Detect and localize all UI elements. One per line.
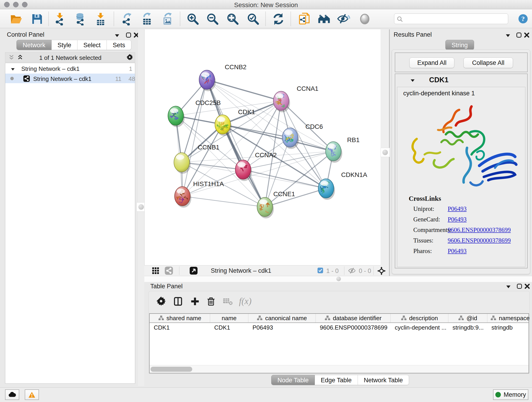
crosshair-icon[interactable] — [377, 267, 386, 275]
warning-button[interactable] — [25, 389, 39, 400]
column-header-description[interactable]: description — [391, 314, 448, 322]
search-input[interactable] — [405, 14, 506, 23]
table-horizontal-scrollbar[interactable] — [150, 365, 529, 373]
panel-menu-icon[interactable] — [114, 32, 120, 38]
float-panel-icon[interactable] — [516, 283, 522, 289]
network-node-CDKN1A[interactable]: CDKN1A — [318, 171, 367, 200]
node-label-RB1: RB1 — [347, 136, 360, 143]
panel-menu-icon[interactable] — [505, 32, 511, 38]
show-columns-icon[interactable] — [172, 296, 184, 306]
open-session-icon[interactable] — [10, 13, 22, 26]
network-canvas[interactable]: CCNB2CCNA1CDC25BCDK1CDC6RB1CCNB1CCNA2CDK… — [144, 29, 380, 265]
tab-edge-table[interactable]: Edge Table — [315, 375, 358, 385]
crosslink-link[interactable]: P06493 — [448, 216, 467, 223]
network-edge-HIST1H1A-CCNE1[interactable] — [182, 196, 265, 207]
network-edge-CCNA1-CDC25B[interactable] — [176, 101, 281, 116]
birdseye-view-icon[interactable] — [189, 266, 198, 275]
hide-eye-icon[interactable] — [337, 13, 350, 26]
network-tree-row-selected[interactable]: String Network – cdk1 11 48 — [5, 74, 135, 83]
column-header-name[interactable]: name — [210, 314, 248, 322]
float-panel-icon[interactable] — [126, 32, 132, 38]
node-label-CDC6: CDC6 — [305, 123, 323, 130]
tab-style[interactable]: Style — [51, 40, 77, 50]
tab-sets[interactable]: Sets — [107, 40, 131, 50]
table-cell[interactable]: stringdb:9... — [448, 323, 487, 332]
collapse-all-button[interactable]: Collapse All — [463, 57, 513, 68]
column-header-@id[interactable]: @id — [448, 314, 487, 322]
table-cell[interactable]: CDK1 — [210, 323, 248, 332]
panel-menu-icon[interactable] — [505, 284, 511, 290]
toolbar-separator — [265, 12, 266, 26]
float-panel-icon[interactable] — [516, 32, 522, 38]
selected-checkbox-icon[interactable] — [317, 267, 323, 274]
home-icon[interactable] — [318, 13, 331, 26]
tab-network[interactable]: Network — [17, 40, 51, 50]
network-edge-CCNB1-CCNA2[interactable] — [182, 162, 243, 170]
column-header-shared-name[interactable]: shared name — [150, 314, 210, 322]
crosslink-link[interactable]: P06493 — [448, 205, 467, 212]
crosslink-link[interactable]: P06493 — [448, 248, 467, 255]
column-label: name — [222, 315, 236, 322]
help-button[interactable]: ? — [518, 13, 528, 24]
horizontal-splitter[interactable] — [144, 276, 532, 282]
network-edge-CCNB2-CCNE1[interactable] — [207, 80, 265, 207]
refresh-icon[interactable] — [272, 13, 285, 26]
tab-select[interactable]: Select — [77, 40, 107, 50]
import-network-icon[interactable] — [53, 13, 66, 26]
splitter-handle[interactable] — [380, 148, 390, 157]
crosslink-link[interactable]: 9606.ENSP00000378699 — [448, 237, 511, 244]
vertical-splitter-left[interactable] — [138, 29, 144, 386]
collapse-gene-icon[interactable] — [410, 78, 415, 83]
splitter-handle[interactable] — [336, 277, 341, 281]
share-view-icon[interactable] — [165, 266, 173, 275]
eye-icon[interactable] — [358, 13, 371, 26]
grid-view-icon[interactable] — [152, 267, 159, 274]
table-cell[interactable]: stringdb — [487, 323, 532, 332]
tab-string[interactable]: String — [445, 40, 474, 50]
import-table-icon[interactable] — [94, 13, 107, 26]
export-image-icon[interactable] — [161, 13, 174, 26]
tree-collapse-icon[interactable] — [10, 66, 15, 71]
table-row[interactable]: CDK1CDK1P064939606.ENSP00000378699cyclin… — [150, 323, 529, 332]
close-panel-icon[interactable] — [524, 32, 530, 38]
tab-node-table[interactable]: Node Table — [271, 375, 315, 385]
export-table-icon[interactable] — [141, 13, 153, 26]
crosslink-label: Pharos: — [413, 248, 432, 254]
add-column-icon[interactable] — [190, 296, 201, 306]
cloud-button[interactable] — [5, 389, 19, 400]
delete-column-icon[interactable] — [206, 296, 216, 306]
column-label: database identifier — [333, 315, 381, 322]
table-cell[interactable]: 9606.ENSP00000378699 — [316, 323, 391, 332]
tab-network-table[interactable]: Network Table — [358, 375, 409, 385]
network-node-CCNE1[interactable]: CCNE1 — [257, 191, 295, 218]
network-edge-CCNB2-CCNA1[interactable] — [207, 80, 281, 101]
network-tree-root-row[interactable]: String Network – cdk1 1 — [5, 64, 135, 74]
export-network-icon[interactable] — [120, 13, 133, 26]
save-session-icon[interactable] — [31, 13, 44, 26]
network-node-CCNA1[interactable]: CCNA1 — [273, 85, 318, 112]
zoom-in-icon[interactable] — [186, 13, 199, 26]
table-cell[interactable]: P06493 — [248, 323, 316, 332]
scrollbar-thumb[interactable] — [151, 367, 192, 372]
zoom-out-icon[interactable] — [206, 13, 219, 26]
table-cell[interactable]: CDK1 — [150, 323, 210, 332]
crosslink-link[interactable]: 9606.ENSP00000378699 — [448, 226, 511, 234]
memory-button[interactable]: Memory — [493, 389, 528, 400]
close-panel-icon[interactable] — [524, 283, 530, 289]
string-network-icon — [23, 75, 30, 82]
zoom-selected-icon[interactable] — [247, 13, 260, 26]
vertical-splitter-right[interactable] — [380, 29, 390, 276]
zoom-fit-icon[interactable] — [226, 13, 239, 26]
share-document-icon[interactable] — [298, 13, 311, 26]
import-database-icon[interactable] — [74, 13, 87, 26]
table-cell[interactable]: cyclin-dependent ... — [391, 323, 448, 332]
table-gear-icon[interactable] — [156, 296, 167, 306]
column-header-database-identifier[interactable]: database identifier — [316, 314, 391, 322]
network-edge-CCNA2-CDKN1A[interactable] — [243, 170, 326, 188]
network-node-RB1[interactable]: RB1 — [326, 136, 360, 163]
expand-all-button[interactable]: Expand All — [409, 57, 454, 68]
network-node-CCNB2[interactable]: CCNB2 — [197, 64, 247, 91]
column-header-canonical-name[interactable]: canonical name — [248, 314, 316, 322]
gear-icon[interactable] — [126, 54, 133, 61]
column-header-namespace[interactable]: namespace — [487, 314, 532, 322]
